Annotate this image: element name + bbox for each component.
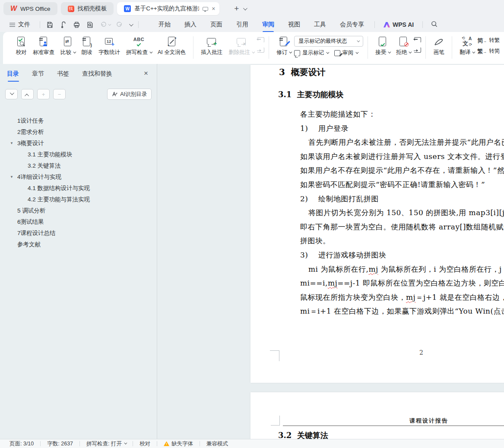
accept-change-icon (377, 36, 388, 48)
toc-next-button[interactable] (5, 89, 18, 99)
previous-comment-icon (257, 37, 264, 43)
section-heading: 3 概要设计 (279, 67, 326, 78)
ai-recognize-toc-button[interactable]: AI识别目录 (107, 89, 152, 100)
toc-item[interactable]: ▼3概要设计 (0, 138, 157, 149)
menu-tab-tools[interactable]: 工具 (307, 18, 333, 32)
compare-button[interactable]: ⇄ 比较 (57, 35, 78, 57)
translate-button[interactable]: 文 A ⟲ ⟳ 翻译 (456, 35, 477, 57)
standard-review-button[interactable]: 标准审查 (30, 35, 57, 57)
toc-item[interactable]: 5 调试分析 (0, 205, 157, 216)
tab-find-replace[interactable]: 查找和替换 (82, 70, 112, 82)
to-simplified-button[interactable]: 繁→ 转简 (477, 48, 500, 55)
compatibility-mode-indicator[interactable]: 兼容模式 (206, 440, 229, 448)
ai-recognize-icon (112, 91, 118, 97)
menu-tab-home[interactable]: 开始 (152, 18, 178, 32)
toc-collapse-button: − (53, 89, 66, 99)
file-menu-label: 文件 (18, 21, 30, 29)
proofread-button[interactable]: 校对 (13, 35, 30, 57)
share-screen-icon[interactable] (203, 7, 208, 11)
save-icon[interactable] (46, 21, 54, 29)
document-page-2[interactable]: 课程设计报告 3.2 关键算法 (250, 392, 504, 440)
toc-item[interactable]: 2需求分析 (0, 127, 157, 138)
missing-font-warning[interactable]: 缺失字体 (163, 440, 194, 448)
toc-item[interactable]: 参考文献 (0, 239, 157, 250)
search-icon[interactable] (426, 20, 442, 29)
list-line: 2) 绘制地图打乱拼图 (300, 192, 504, 206)
sidebar-tabs: 目录 章节 书签 查找和替换 × (0, 64, 157, 82)
spellcheck-status[interactable]: 拼写检查: 打开 (86, 440, 127, 448)
quickbar-more-chevron-icon[interactable] (129, 22, 133, 26)
text-line: 如果该用户名未被则进行注册并写入 users 文本文件。进行登录判断 (300, 149, 504, 164)
divider (374, 21, 375, 28)
text-line: 即右下角那一块置为空白。使用随机数将 array[]数组随机赋值给 ma (300, 220, 504, 234)
reject-change-button[interactable]: 拒绝 (393, 35, 414, 57)
wps-ai-icon (384, 22, 390, 28)
review-pane-button[interactable]: 审阅 (334, 49, 358, 57)
traditional-char-icon: 繁→ (477, 48, 487, 54)
markup-state-dropdown[interactable]: 显示标记的最终状态 (294, 36, 363, 47)
collapse-caret-icon[interactable]: ▼ (10, 172, 13, 183)
tab-docer-label: 找稻壳模板 (78, 5, 107, 13)
export-icon[interactable] (60, 21, 67, 29)
menu-bar: 文件 开始 插入 页面 引用 审阅 视图 工具 会员专享 WPS AI (0, 17, 504, 32)
ink-pen-button[interactable]: 画笔 (430, 35, 447, 57)
tab-docer-templates[interactable]: 找 找稻壳模板 (61, 2, 114, 15)
tab-document-active[interactable]: W 基于C++实现的九宫格游戏的 × (117, 2, 219, 15)
toc-item[interactable]: ▼4详细设计与实现 (0, 172, 157, 183)
wps-ai-button[interactable]: WPS AI (378, 21, 419, 28)
tab-contents[interactable]: 目录 (7, 70, 19, 82)
track-changes-icon (278, 36, 289, 48)
spellcheck-marked-word: mj (406, 293, 415, 302)
print-icon[interactable] (73, 21, 80, 29)
close-tab-icon[interactable]: × (212, 6, 215, 12)
toc-item[interactable]: 1设计任务 (0, 115, 157, 127)
track-changes-button[interactable]: 修订 (273, 35, 294, 57)
proofread-icon (16, 36, 27, 48)
menu-tab-page[interactable]: 页面 (203, 18, 229, 32)
divider (200, 441, 200, 446)
text-line: 将图片切为长宽分别为 150、150 的拼图块,用 map3[i][j]数组定 (300, 206, 504, 220)
show-markup-button[interactable]: 显示标记 (294, 49, 328, 57)
menu-tab-member[interactable]: 会员专享 (333, 18, 371, 32)
document-page-1[interactable]: 3 概要设计 3.1 主要功能模块 各主要功能描述如下： 1) 用户登录 首先判… (250, 65, 504, 383)
spell-check-button[interactable]: ABC 拼写检查 (123, 35, 155, 57)
menu-tab-review[interactable]: 审阅 (255, 18, 281, 32)
toc-previous-button[interactable] (21, 89, 34, 99)
tab-chapters[interactable]: 章节 (32, 70, 44, 82)
insert-comment-button[interactable]: + 插入批注 (198, 35, 225, 57)
body-text: 各主要功能描述如下： 1) 用户登录 首先判断用户名未被注册，否则无法注册并提示… (300, 107, 504, 318)
close-sidebar-icon[interactable]: × (144, 69, 148, 78)
tab-list-chevron-icon[interactable] (243, 6, 247, 10)
document-canvas: 3 概要设计 3.1 主要功能模块 各主要功能描述如下： 1) 用户登录 首先判… (158, 64, 504, 439)
text-line: mi 为鼠标所在行,mj 为鼠标所在列，i 为空白格所在行，j 为空 (300, 262, 504, 276)
next-comment-icon (257, 47, 264, 53)
text-line: mi＝i+1 在空白格下边，如果赢下游戏则弹出“You Win(点击图像重 (300, 304, 504, 318)
toc-item[interactable]: 3.2 关键算法 (0, 160, 157, 172)
proofread-status[interactable]: 校对 (139, 440, 151, 448)
toc-item[interactable]: 3.1 主要功能模块 (0, 149, 157, 160)
accept-change-button[interactable]: 接受 (372, 35, 393, 57)
new-tab-button[interactable]: + (234, 4, 239, 13)
read-aloud-button[interactable]: ) 朗读 (78, 35, 95, 57)
menu-tab-view[interactable]: 视图 (281, 18, 307, 32)
toc-item[interactable]: 4.1 数据结构设计与实现 (0, 183, 157, 194)
word-count-indicator[interactable]: 字数: 2637 (46, 440, 74, 448)
tab-bookmarks[interactable]: 书签 (57, 70, 69, 82)
menu-tab-reference[interactable]: 引用 (229, 18, 255, 32)
divider (40, 441, 41, 446)
toc-item[interactable]: 6测试结果 (0, 216, 157, 228)
print-preview-icon[interactable] (86, 21, 94, 29)
tab-wps-home[interactable]: W WPS Office (3, 2, 57, 15)
toc-item[interactable]: 4.2 主要功能与算法实现 (0, 194, 157, 205)
toc-item[interactable]: 7课程设计总结 (0, 228, 157, 239)
page-header-text: 课程设计报告 (409, 417, 448, 425)
to-traditional-button[interactable]: 简→ 转繁 (477, 37, 500, 44)
file-menu-button[interactable]: 文件 (0, 21, 36, 29)
next-change-icon[interactable] (414, 47, 421, 53)
previous-change-icon[interactable] (414, 37, 421, 43)
page-indicator[interactable]: 页面: 3/10 (9, 440, 35, 448)
collapse-caret-icon[interactable]: ▼ (10, 138, 13, 149)
word-count-button[interactable]: 12 + 字数统计 (95, 35, 123, 57)
menu-tab-insert[interactable]: 插入 (178, 18, 203, 32)
ai-polish-button[interactable]: ✦✦ AI 全文润色 (155, 35, 189, 57)
